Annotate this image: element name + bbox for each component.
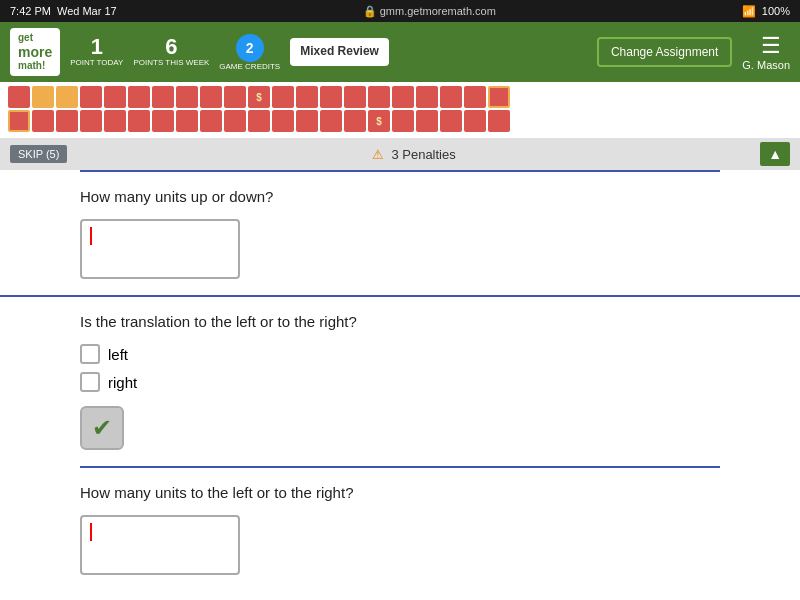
answer-input-1[interactable]: [80, 219, 240, 279]
tile: [344, 110, 366, 132]
tile: [56, 110, 78, 132]
penalties-label: 3 Penalties: [391, 147, 455, 162]
tile: [176, 86, 198, 108]
tile: [248, 110, 270, 132]
tile: [176, 110, 198, 132]
tile: [464, 110, 486, 132]
cursor-1: [90, 227, 92, 245]
tile-dollar: $: [248, 86, 270, 108]
radio-group: left right: [80, 344, 720, 392]
question-text-2: Is the translation to the left or to the…: [80, 313, 720, 330]
tile: [80, 110, 102, 132]
radio-label-left: left: [108, 346, 128, 363]
penalties-text: ⚠ 3 Penalties: [67, 147, 760, 162]
question-section-2: Is the translation to the left or to the…: [0, 297, 800, 466]
tile: [224, 110, 246, 132]
tile: [296, 86, 318, 108]
tile: [272, 86, 294, 108]
tile: [440, 86, 462, 108]
url-text: gmm.getmoremath.com: [380, 5, 496, 17]
tile: [416, 110, 438, 132]
points-today-block: 1 POINT TODAY: [70, 36, 123, 68]
date: Wed Mar 17: [57, 5, 117, 17]
question-text-1: How many units up or down?: [80, 188, 720, 205]
game-credits-label: GAME CREDITS: [219, 62, 280, 71]
radio-option-right[interactable]: right: [80, 372, 720, 392]
skill-codes: skill codes: 1063515, 1063500: [0, 595, 800, 600]
tile: [56, 86, 78, 108]
logo-line2: more: [18, 44, 52, 61]
collapse-button[interactable]: ▲: [760, 142, 790, 166]
game-credits-block: 2 GAME CREDITS: [219, 34, 280, 71]
question-text-3: How many units to the left or to the rig…: [80, 484, 720, 501]
radio-option-left[interactable]: left: [80, 344, 720, 364]
header: get more math! 1 POINT TODAY 6 POINTS TH…: [0, 22, 800, 82]
logo-line1: get: [18, 32, 52, 44]
battery: 100%: [762, 5, 790, 17]
main-content: How many units up or down? Is the transl…: [0, 170, 800, 600]
tile: [464, 86, 486, 108]
radio-box-right[interactable]: [80, 372, 100, 392]
tile: [416, 86, 438, 108]
tile: [224, 86, 246, 108]
warning-icon: ⚠: [372, 147, 384, 162]
tile: [320, 86, 342, 108]
check-icon: ✔: [92, 414, 112, 442]
tile: [104, 110, 126, 132]
tile: [440, 110, 462, 132]
tile-dollar: $: [368, 110, 390, 132]
skip-button[interactable]: SKIP (5): [10, 145, 67, 163]
tile: [8, 86, 30, 108]
tile: [128, 86, 150, 108]
tile: [152, 86, 174, 108]
logo-line3: math!: [18, 60, 52, 72]
tile: [200, 110, 222, 132]
check-button[interactable]: ✔: [80, 406, 124, 450]
question-section-3: How many units to the left or to the rig…: [0, 468, 800, 591]
tiles-row-2: $: [8, 110, 792, 132]
url-bar-center: 🔒 gmm.getmoremath.com: [363, 5, 496, 18]
tile: [392, 86, 414, 108]
points-week-value: 6: [165, 36, 177, 58]
tile: [488, 110, 510, 132]
tile: [392, 110, 414, 132]
tile: [32, 110, 54, 132]
tiles-row-1: $: [8, 86, 792, 108]
radio-box-left[interactable]: [80, 344, 100, 364]
user-name: G. Mason: [742, 59, 790, 71]
tile: [152, 110, 174, 132]
radio-label-right: right: [108, 374, 137, 391]
time: 7:42 PM: [10, 5, 51, 17]
answer-input-3[interactable]: [80, 515, 240, 575]
tile: [320, 110, 342, 132]
points-today-value: 1: [91, 36, 103, 58]
cursor-3: [90, 523, 92, 541]
logo: get more math!: [10, 28, 60, 77]
tile: [128, 110, 150, 132]
tile: [32, 86, 54, 108]
status-bar: 7:42 PM Wed Mar 17 🔒 gmm.getmoremath.com…: [0, 0, 800, 22]
wifi-icon: 📶: [742, 5, 756, 18]
tile: [272, 110, 294, 132]
tile-special: [8, 110, 30, 132]
points-week-label: POINTS THIS WEEK: [133, 58, 209, 68]
tile: [344, 86, 366, 108]
tile-special: [488, 86, 510, 108]
tile: [104, 86, 126, 108]
game-credits-icon: 2: [236, 34, 264, 62]
tile: [80, 86, 102, 108]
tile: [368, 86, 390, 108]
skip-bar: SKIP (5) ⚠ 3 Penalties ▲: [0, 138, 800, 170]
change-assignment-button[interactable]: Change Assignment: [597, 37, 732, 67]
tile: [296, 110, 318, 132]
mixed-review-button[interactable]: Mixed Review: [290, 38, 389, 66]
points-week-block: 6 POINTS THIS WEEK: [133, 36, 209, 68]
question-section-1: How many units up or down?: [0, 172, 800, 297]
tiles-container: $ $: [0, 82, 800, 138]
hamburger-icon[interactable]: ☰: [761, 33, 781, 59]
lock-icon: 🔒: [363, 5, 377, 17]
points-today-label: POINT TODAY: [70, 58, 123, 68]
tile: [200, 86, 222, 108]
